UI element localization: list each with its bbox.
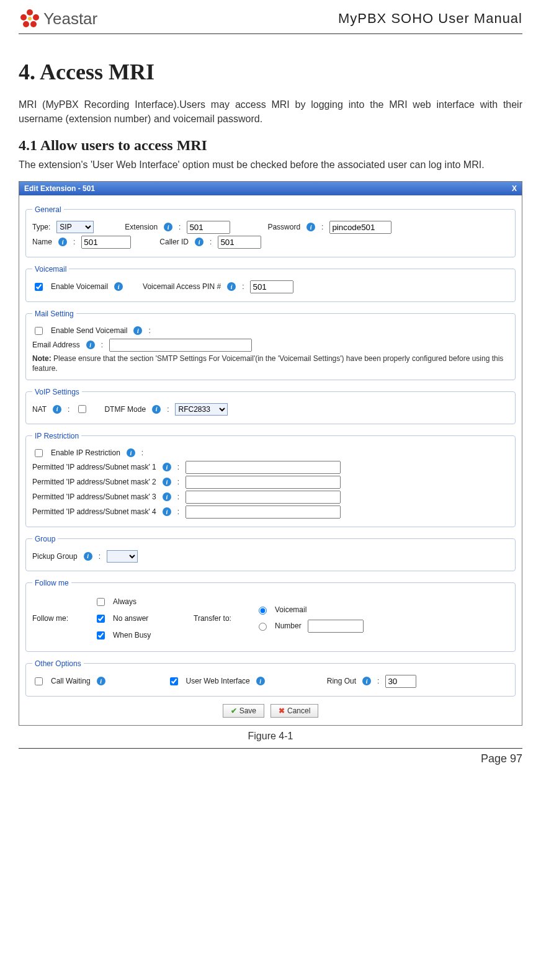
password-label: Password (267, 223, 300, 231)
nat-label: NAT (32, 405, 47, 414)
cross-icon: ✖ (279, 706, 285, 715)
section-title: 4.1 Allow users to access MRI (19, 137, 522, 154)
perm-ip-3-input[interactable] (186, 491, 341, 504)
chapter-title: 4. Access MRI (19, 59, 522, 85)
ring-out-label: Ring Out (327, 677, 356, 685)
call-waiting-checkbox[interactable] (35, 677, 43, 685)
pickup-group-select[interactable] (107, 550, 138, 563)
enable-send-voicemail-checkbox[interactable] (35, 327, 43, 335)
enable-voicemail-label: Enable Voicemail (51, 282, 108, 291)
logo-text: Yeastar (43, 9, 97, 29)
info-icon[interactable]: i (256, 677, 265, 685)
transfer-to-label: Transfer to: (194, 614, 249, 623)
perm-ip-2-label: Permitted 'IP address/Subnet mask' 2 (32, 478, 156, 486)
name-input[interactable] (81, 236, 131, 249)
extension-input[interactable] (187, 221, 230, 234)
page-footer: Page 97 (19, 748, 522, 765)
flower-icon (19, 7, 41, 30)
svg-point-0 (27, 9, 33, 16)
info-icon[interactable]: i (152, 405, 161, 414)
info-icon[interactable]: i (306, 223, 315, 231)
password-input[interactable] (329, 221, 391, 234)
info-icon[interactable]: i (163, 507, 171, 516)
info-icon[interactable]: i (163, 492, 171, 501)
voicemail-pin-input[interactable] (250, 280, 293, 293)
info-icon[interactable]: i (114, 282, 123, 291)
callerid-input[interactable] (218, 236, 261, 249)
info-icon[interactable]: i (227, 282, 236, 291)
user-web-interface-checkbox[interactable] (170, 677, 178, 685)
svg-point-1 (20, 14, 27, 20)
follow-me-legend: Follow me (32, 579, 71, 587)
info-icon[interactable]: i (362, 677, 371, 685)
page-number: Page 97 (481, 752, 522, 765)
type-label: Type: (32, 223, 50, 231)
number-input[interactable] (308, 620, 364, 633)
save-button-label: Save (239, 706, 256, 715)
info-icon[interactable]: i (195, 238, 203, 246)
close-icon[interactable]: X (512, 184, 517, 193)
group-legend: Group (32, 535, 58, 543)
info-icon[interactable]: i (97, 677, 105, 685)
perm-ip-1-label: Permitted 'IP address/Subnet mask' 1 (32, 463, 156, 471)
general-fieldset: General Type: SIP Extensioni : Passwordi… (25, 205, 516, 257)
figure-caption: Figure 4-1 (19, 731, 522, 742)
info-icon[interactable]: i (58, 238, 67, 246)
email-address-input[interactable] (109, 339, 252, 352)
cancel-button[interactable]: ✖ Cancel (270, 704, 318, 718)
info-icon[interactable]: i (163, 463, 171, 471)
enable-ip-restriction-checkbox[interactable] (35, 449, 43, 457)
general-legend: General (32, 205, 64, 214)
number-radio-label: Number (275, 621, 302, 630)
user-web-interface-label: User Web Interface (186, 677, 250, 685)
mail-fieldset: Mail Setting Enable Send Voicemaili : Em… (25, 310, 516, 380)
info-icon[interactable]: i (164, 223, 172, 231)
ring-out-input[interactable] (385, 675, 416, 688)
other-options-legend: Other Options (32, 659, 84, 668)
note-text: Please ensure that the section 'SMTP Set… (32, 354, 503, 373)
mail-note: Note: Please ensure that the section 'SM… (32, 354, 509, 373)
noanswer-checkbox[interactable] (97, 615, 105, 623)
dialog-title: Edit Extension - 501 (24, 184, 95, 193)
enable-voicemail-checkbox[interactable] (35, 283, 43, 291)
voicemail-pin-label: Voicemail Access PIN # (143, 282, 221, 291)
group-fieldset: Group Pickup Groupi : (25, 535, 516, 571)
nat-checkbox[interactable] (78, 405, 86, 413)
svg-point-3 (23, 21, 29, 27)
name-label: Name (32, 238, 52, 246)
button-row: ✔ Save ✖ Cancel (25, 704, 516, 718)
page-header: Yeastar MyPBX SOHO User Manual (19, 7, 522, 34)
dtmf-select[interactable]: RFC2833 (175, 403, 228, 416)
perm-ip-4-input[interactable] (186, 506, 341, 519)
always-checkbox[interactable] (97, 598, 105, 606)
check-icon: ✔ (231, 706, 237, 715)
info-icon[interactable]: i (53, 405, 61, 414)
follow-me-fieldset: Follow me Follow me: Always No answer Wh… (25, 579, 516, 652)
svg-point-4 (30, 21, 37, 27)
info-icon[interactable]: i (86, 341, 95, 349)
section-paragraph: The extension's 'User Web Interface' opt… (19, 158, 522, 172)
perm-ip-1-input[interactable] (186, 461, 341, 474)
extension-label: Extension (125, 223, 158, 231)
info-icon[interactable]: i (84, 552, 92, 561)
number-radio[interactable] (259, 623, 267, 631)
voicemail-radio[interactable] (259, 607, 267, 615)
dialog-titlebar: Edit Extension - 501 X (19, 182, 522, 195)
always-label: Always (113, 597, 136, 606)
enable-send-voicemail-label: Enable Send Voicemail (51, 326, 127, 335)
info-icon[interactable]: i (127, 448, 135, 457)
whenbusy-label: When Busy (113, 631, 151, 639)
ip-restriction-fieldset: IP Restriction Enable IP Restrictioni : … (25, 432, 516, 527)
info-icon[interactable]: i (133, 326, 142, 335)
voicemail-legend: Voicemail (32, 265, 69, 274)
edit-extension-dialog: Edit Extension - 501 X General Type: SIP… (19, 181, 522, 726)
voicemail-fieldset: Voicemail Enable Voicemail i Voicemail A… (25, 265, 516, 302)
enable-ip-restriction-label: Enable IP Restriction (51, 448, 120, 457)
type-select[interactable]: SIP (56, 221, 94, 233)
logo: Yeastar (19, 7, 97, 30)
perm-ip-2-input[interactable] (186, 476, 341, 489)
whenbusy-checkbox[interactable] (97, 631, 105, 639)
info-icon[interactable]: i (163, 478, 171, 486)
save-button[interactable]: ✔ Save (223, 704, 264, 718)
voicemail-radio-label: Voicemail (275, 605, 306, 614)
